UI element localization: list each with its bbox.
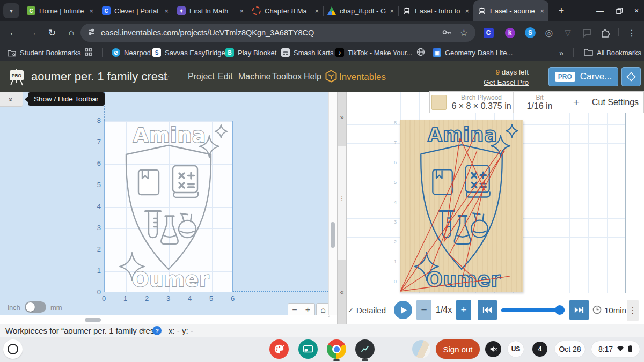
horizontal-scrollbar[interactable] [85,318,101,322]
crosshair-extension-icon[interactable]: ◎ [543,27,555,39]
forward-button[interactable]: → [26,26,40,40]
close-tab-icon[interactable]: × [540,7,544,15]
home-button[interactable]: ⌂ [64,26,78,40]
tab-clever[interactable]: C Clever | Portal × [98,0,173,21]
bookmark-globe[interactable] [416,44,425,61]
expand-view-button[interactable] [621,67,641,86]
add-bit-button[interactable]: + [566,92,587,113]
get-easel-pro-link[interactable]: Get Easel Pro [453,78,529,86]
window-minimize-button[interactable]: — [592,5,608,17]
skip-to-start-button[interactable] [478,300,497,320]
chat-bubble-extension-icon[interactable] [581,27,592,39]
speed-increase-button[interactable]: + [456,300,471,320]
favorite-star-icon[interactable]: ☆ [161,71,170,83]
simulation-slider-handle[interactable] [555,305,565,315]
skip-to-end-button[interactable] [569,300,589,320]
panel-divider[interactable]: » ⋮ « [337,92,347,324]
tab-easel-intro[interactable]: Easel - Intro to × [398,0,473,21]
close-tab-icon[interactable]: × [164,7,169,15]
browser-menu-icon[interactable]: ⋮ [626,27,638,39]
close-tab-icon[interactable]: × [465,7,469,15]
bookmark-star-icon[interactable]: ☆ [460,27,468,39]
window-restore-button[interactable] [612,5,627,17]
clock-icon [592,305,602,316]
bookmarks-overflow-chevron[interactable]: » [559,44,564,61]
input-language-indicator[interactable]: US [508,341,524,357]
bookmark-student-folder[interactable]: Student Bookmarks [8,44,80,61]
tab-first-in-math[interactable]: ✦ First In Math × [173,0,248,21]
system-tray[interactable]: 8:17 [591,341,640,357]
show-hide-toolbar-button[interactable]: » [0,92,23,107]
design-canvas[interactable]: 8 7 6 5 4 3 2 1 0 0 1 2 3 4 5 6 » Show /… [0,92,328,315]
inventables-brand[interactable]: Inventables [339,72,386,83]
extensions-puzzle-icon[interactable] [599,27,611,39]
tab-chapter8[interactable]: Chapter 8 Ma × [248,0,323,21]
detailed-checkbox[interactable]: ✓ [348,306,354,314]
bookmark-smash-karts[interactable]: Smash Karts [281,44,333,61]
swirl-extension-icon[interactable]: S [524,27,536,39]
close-tab-icon[interactable]: × [390,7,394,15]
bookmark-nearpod[interactable]: ⊘ Nearpod [112,44,151,61]
notification-counter[interactable]: 4 [532,342,547,357]
tab-infinite-campus[interactable]: C Home | Infinite × [23,0,98,21]
speed-decrease-button[interactable]: − [416,300,431,320]
material-preview[interactable] [400,120,523,292]
collapse-panel-chevron-icon[interactable]: » [138,328,147,332]
site-info-icon[interactable] [87,28,96,38]
easel-icon [478,6,486,15]
back-button[interactable]: ← [6,26,20,40]
canvas-app-icon[interactable] [269,339,289,359]
scrollbar-thumb[interactable] [331,222,335,248]
bookmark-blooket[interactable]: B Play Blooket [225,44,276,61]
menu-machine[interactable]: Machine [238,72,270,82]
help-icon[interactable]: ? [152,326,162,335]
tab-search-button[interactable]: ▾ [3,3,19,18]
carve-button[interactable]: PRO Carve... [548,67,618,86]
tab-chap8-pdf[interactable]: chap_8.pdf - G × [323,0,398,21]
clever-extension-icon[interactable]: C [482,27,494,39]
play-button[interactable] [394,301,412,319]
date-indicator[interactable]: Oct 28 [555,341,585,357]
detailed-label[interactable]: Detailed [356,306,386,315]
collapse-left-chevron-icon[interactable]: « [338,289,346,296]
reload-button[interactable]: ↻ [45,26,59,40]
address-bar[interactable]: easel.inventables.com/projects/UeVTmlz8Q… [80,24,475,42]
user-avatar[interactable] [412,340,430,358]
chrome-app-icon[interactable] [327,339,346,359]
close-tab-icon[interactable]: × [89,7,93,15]
tab-easel-active[interactable]: Easel - aoume × [473,0,548,21]
unit-toggle[interactable] [25,301,46,313]
project-title[interactable]: aoumer per. 1 family crest [31,70,167,84]
new-tab-button[interactable]: + [555,4,568,17]
bit-card[interactable]: Bit 1/16 in [514,92,566,113]
shield-extension-icon[interactable]: ▽ [562,27,574,39]
close-tab-icon[interactable]: × [314,7,319,15]
close-tab-icon[interactable]: × [239,7,244,15]
analytics-app-icon[interactable] [355,339,375,359]
kami-extension-icon[interactable]: k [504,27,516,39]
launcher-button[interactable] [3,339,23,359]
menu-project[interactable]: Project [188,72,215,82]
inventables-logo-icon[interactable] [325,70,337,85]
menu-edit[interactable]: Edit [218,72,233,82]
bookmark-savvas[interactable]: S Savvas EasyBridge [152,44,225,61]
bookmark-geometry-dash[interactable]: ▣ Geometry Dash Lite... [433,44,513,61]
mute-status-icon[interactable] [485,341,501,357]
bookmark-apps-grid[interactable] [85,44,92,61]
crest-design[interactable] [104,121,233,292]
menu-help[interactable]: Help [304,72,321,82]
expand-right-chevron-icon[interactable]: » [338,114,346,121]
password-key-icon[interactable] [442,27,451,39]
divider-drag-handle[interactable]: ⋮ [338,194,346,202]
canvas-vertical-scrollbar[interactable] [328,92,337,315]
all-bookmarks-folder[interactable]: All Bookmarks [584,44,641,61]
menu-toolbox[interactable]: Toolbox [272,72,302,82]
bookmark-tiktok[interactable]: ♪ TikTok - Make Your... [335,44,412,61]
material-card[interactable]: Birch Plywood 6 × 8 × 0.375 in [430,92,514,113]
simulation-menu-button[interactable]: ⋮ [627,300,639,321]
easel-pro-logo[interactable]: PRO [6,67,27,90]
window-close-button[interactable]: × [629,5,644,17]
cut-settings-button[interactable]: Cut Settings [587,92,643,113]
sign-out-button[interactable]: Sign out [436,339,480,359]
screencast-app-icon[interactable] [298,339,318,359]
